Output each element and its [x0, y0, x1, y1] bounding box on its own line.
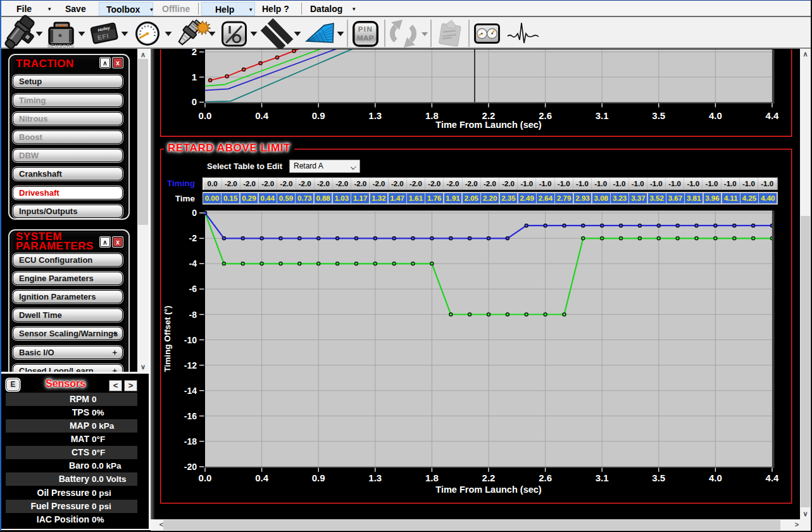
svg-text:Timing Offset (°): Timing Offset (°): [163, 306, 172, 372]
svg-text:0.0: 0.0: [199, 472, 212, 483]
svg-text:2: 2: [192, 46, 197, 57]
svg-text:-20: -20: [184, 462, 197, 472]
svg-text:3.1: 3.1: [596, 472, 609, 483]
svg-text:3.1: 3.1: [596, 110, 609, 121]
svg-text:2.2: 2.2: [482, 472, 496, 483]
svg-text:0.9: 0.9: [312, 472, 325, 483]
svg-text:1.3: 1.3: [368, 110, 382, 121]
svg-text:4.4: 4.4: [766, 110, 780, 121]
svg-text:0: 0: [192, 208, 197, 218]
svg-text:-4: -4: [189, 258, 197, 269]
svg-text:-2: -2: [189, 233, 197, 243]
svg-text:0.4: 0.4: [255, 110, 269, 121]
svg-text:2.6: 2.6: [539, 472, 552, 483]
svg-text:-16: -16: [184, 411, 197, 421]
svg-text:3.5: 3.5: [652, 110, 665, 121]
svg-text:4.4: 4.4: [766, 472, 780, 483]
svg-text:1.3: 1.3: [368, 472, 382, 483]
svg-text:0.4: 0.4: [255, 472, 269, 483]
svg-text:Time From Launch (sec): Time From Launch (sec): [435, 484, 541, 495]
svg-text:-8: -8: [189, 310, 197, 320]
svg-text:0.9: 0.9: [312, 110, 325, 121]
svg-text:-14: -14: [184, 386, 197, 396]
svg-text:-6: -6: [189, 284, 197, 294]
svg-text:-18: -18: [184, 436, 197, 446]
svg-text:Time From Launch (sec): Time From Launch (sec): [435, 120, 541, 130]
svg-text:-12: -12: [184, 360, 197, 370]
svg-text:4.0: 4.0: [709, 110, 722, 121]
svg-text:1: 1: [192, 72, 197, 82]
svg-text:-10: -10: [184, 335, 197, 345]
svg-text:1.8: 1.8: [425, 472, 439, 483]
svg-text:4.0: 4.0: [709, 472, 722, 483]
svg-text:0: 0: [192, 96, 197, 107]
svg-text:3.5: 3.5: [652, 472, 665, 483]
svg-text:0.0: 0.0: [199, 110, 212, 121]
